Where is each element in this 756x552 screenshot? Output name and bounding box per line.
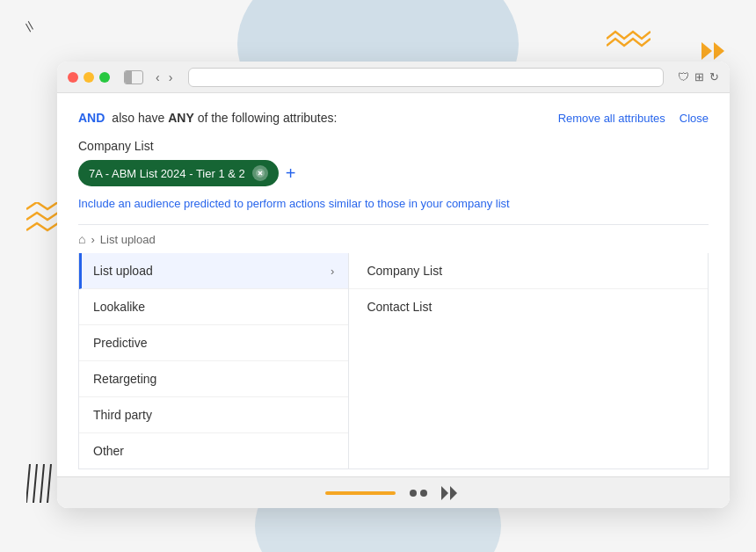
player-dots (410, 490, 427, 497)
maximize-traffic-light[interactable] (99, 72, 110, 83)
add-tag-button[interactable]: + (286, 164, 296, 182)
deco-arrows-orange-top (607, 28, 651, 54)
svg-line-3 (33, 464, 37, 503)
close-traffic-light[interactable] (68, 72, 78, 83)
deco-zigzag-left (26, 202, 62, 239)
svg-marker-0 (701, 42, 712, 60)
company-section: Company List 7A - ABM List 2024 - Tier 1… (78, 139, 709, 186)
header-description: also have ANY of the following attribute… (112, 111, 337, 125)
home-icon[interactable]: ⌂ (78, 232, 85, 246)
nav-item-predictive[interactable]: Predictive (79, 325, 348, 361)
nav-item-list-upload[interactable]: List upload › (79, 253, 348, 289)
copy-icon: ⊞ (694, 70, 704, 84)
left-panel: List upload › Lookalike Predictive Retar… (79, 253, 349, 468)
refresh-icon[interactable]: ↻ (709, 70, 719, 84)
nav-item-third-party[interactable]: Third party (79, 397, 348, 433)
sidebar-toggle-button[interactable] (124, 70, 143, 84)
company-tag-close[interactable] (252, 165, 268, 181)
forward-button[interactable]: › (167, 69, 175, 86)
tags-row: 7A - ABM List 2024 - Tier 1 & 2 + (78, 160, 709, 186)
right-panel: Company List Contact List (349, 253, 708, 468)
browser-chrome: ‹ › 🛡 ⊞ ↻ (57, 62, 730, 93)
dot-1 (410, 490, 417, 497)
play-controls[interactable] (441, 486, 462, 500)
breadcrumb-label: List upload (100, 233, 156, 246)
right-item-company-list[interactable]: Company List (349, 253, 708, 289)
browser-nav: ‹ › (154, 69, 174, 86)
svg-marker-1 (714, 42, 724, 60)
breadcrumb: ⌂ › List upload (78, 224, 709, 253)
header-left: AND also have ANY of the following attri… (78, 111, 337, 125)
nav-chevron-icon: › (331, 265, 334, 278)
deco-lines-bottomleft (26, 464, 58, 508)
svg-line-5 (47, 464, 51, 503)
company-tag-label: 7A - ABM List 2024 - Tier 1 & 2 (89, 167, 245, 180)
back-button[interactable]: ‹ (154, 69, 162, 86)
deco-lines-topleft: // (26, 18, 33, 36)
lookalike-link[interactable]: Include an audience predicted to perform… (78, 197, 709, 210)
company-tag: 7A - ABM List 2024 - Tier 1 & 2 (78, 160, 279, 186)
svg-line-4 (40, 464, 44, 503)
close-button[interactable]: Close (680, 112, 709, 125)
svg-marker-15 (450, 486, 457, 500)
nav-item-lookalike[interactable]: Lookalike (79, 289, 348, 325)
nav-item-other[interactable]: Other (79, 433, 348, 468)
player-bar (57, 476, 730, 508)
progress-track (325, 491, 396, 495)
browser-icons: 🛡 ⊞ ↻ (678, 70, 719, 84)
header-row: AND also have ANY of the following attri… (78, 111, 709, 125)
company-section-label: Company List (78, 139, 709, 153)
address-bar[interactable] (188, 68, 664, 87)
right-item-contact-list[interactable]: Contact List (349, 289, 708, 324)
browser-content: AND also have ANY of the following attri… (57, 93, 730, 487)
svg-marker-14 (441, 486, 448, 500)
breadcrumb-separator: › (91, 233, 94, 246)
remove-all-button[interactable]: Remove all attributes (558, 112, 665, 125)
svg-line-2 (26, 464, 30, 503)
nav-item-retargeting[interactable]: Retargeting (79, 361, 348, 397)
dot-2 (420, 490, 427, 497)
two-panel: List upload › Lookalike Predictive Retar… (78, 253, 709, 469)
header-actions: Remove all attributes Close (558, 112, 709, 125)
browser-window: ‹ › 🛡 ⊞ ↻ AND also have ANY of the follo… (57, 62, 730, 508)
and-badge: AND (78, 111, 105, 125)
traffic-lights (68, 72, 110, 83)
shield-icon: 🛡 (678, 70, 689, 84)
minimize-traffic-light[interactable] (84, 72, 94, 83)
